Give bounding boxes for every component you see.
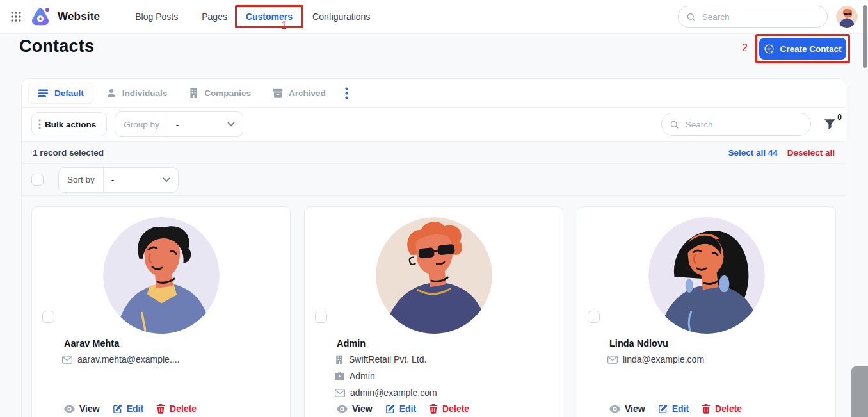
email-icon [607,356,618,364]
tab-companies[interactable]: Companies [180,83,260,103]
annotation-step-1: 1 [281,20,287,31]
header-search-input[interactable] [701,12,819,22]
contact-card: Admin SwiftRetail Pvt. Ltd. Admin [304,206,563,417]
list-search[interactable] [661,113,811,136]
brand-name: Website [58,10,100,23]
list-search-input[interactable] [684,119,803,130]
annotation-box-1: Customers [235,5,303,28]
chevron-down-icon [163,177,170,183]
tabs-bar: Default Individuals Companies Archived [22,79,846,108]
plus-circle-icon [764,44,775,54]
toolbar: Bulk actions Group by - 0 [22,108,846,142]
contact-avatar [376,217,492,334]
select-all-link[interactable]: Select all 44 [728,148,777,158]
tab-archived[interactable]: Archived [264,83,335,103]
tab-archived-label: Archived [289,88,326,98]
annotation-step-2: 2 [742,42,748,54]
sort-by-value: - [111,175,115,184]
eye-icon [337,405,348,413]
sort-by-select[interactable]: Sort by - [58,167,179,193]
contact-name: Linda Ndlovu [609,338,835,348]
nav-blog-posts[interactable]: Blog Posts [135,12,178,22]
kebab-icon [38,119,41,129]
view-link[interactable]: View [337,404,373,414]
scrollbar-thumb[interactable] [863,5,867,68]
tab-individuals-label: Individuals [122,88,168,98]
nav-configurations[interactable]: Configurations [312,12,370,22]
corner-overlay [851,366,868,417]
trash-icon [429,404,438,414]
select-all-checkbox[interactable] [31,174,44,186]
brand-logo-icon [29,6,51,28]
view-label: View [79,404,100,414]
sort-by-label: Sort by [59,175,103,184]
delete-label: Delete [442,404,469,414]
create-contact-button[interactable]: Create Contact [759,38,846,60]
building-icon [189,88,198,98]
contact-avatar [648,217,765,334]
top-header: Website Blog Posts Pages Customers Confi… [0,0,868,34]
card-checkbox[interactable] [588,311,600,323]
app-grid-icon[interactable] [9,10,23,24]
group-by-select[interactable]: Group by - [115,111,243,137]
create-contact-label: Create Contact [780,44,841,54]
delete-link[interactable]: Delete [702,404,742,414]
eye-icon [64,405,75,413]
bulk-actions-button[interactable]: Bulk actions [31,112,107,136]
user-avatar[interactable] [836,6,858,28]
tab-individuals[interactable]: Individuals [97,83,177,103]
funnel-icon [824,119,836,130]
contact-role: Admin [350,371,375,381]
card-checkbox[interactable] [42,311,54,323]
trash-icon [156,404,165,414]
tab-companies-label: Companies [204,88,251,98]
person-icon [106,88,117,98]
view-link[interactable]: View [64,404,100,414]
tab-default[interactable]: Default [28,83,93,104]
nav-pages[interactable]: Pages [202,12,227,22]
archive-icon [273,88,283,98]
eye-icon [609,405,620,413]
header-search[interactable] [678,6,828,28]
contact-name: Aarav Mehta [64,338,290,348]
delete-label: Delete [715,404,742,414]
card-checkbox[interactable] [315,311,327,323]
contact-email: admin@example.com [350,388,437,398]
contacts-panel: Default Individuals Companies Archived [21,78,846,417]
trash-icon [702,404,711,414]
view-link[interactable]: View [609,404,645,414]
edit-label: Edit [399,404,416,414]
group-by-label: Group by [115,120,168,129]
view-label: View [625,404,645,414]
email-icon [335,389,345,397]
delete-link[interactable]: Delete [429,404,469,414]
delete-label: Delete [170,404,197,414]
sort-bar: Sort by - [22,164,846,196]
delete-link[interactable]: Delete [156,404,197,414]
role-icon [335,372,344,380]
view-label: View [352,404,373,414]
email-icon [62,356,72,364]
edit-link[interactable]: Edit [658,404,689,414]
filter-button[interactable]: 0 [824,119,836,130]
edit-label: Edit [672,404,689,414]
bulk-actions-label: Bulk actions [45,120,96,129]
page-title: Contacts [19,37,94,56]
contact-card-grid: Aarav Mehta aarav.mehta@example.... View [22,196,846,417]
tabs-more-kebab-icon[interactable] [341,83,352,103]
contact-email: linda@example.com [623,354,704,364]
deselect-all-link[interactable]: Deselect all [787,148,835,158]
tab-default-label: Default [54,88,84,98]
contact-email: aarav.mehta@example.... [77,354,179,364]
contact-company: SwiftRetail Pvt. Ltd. [349,354,426,364]
contact-card: Aarav Mehta aarav.mehta@example.... View [31,206,291,417]
edit-label: Edit [127,404,143,414]
group-by-value: - [176,120,179,129]
search-icon [686,12,696,22]
edit-icon [385,404,395,414]
edit-icon [113,404,122,414]
company-icon [335,355,344,364]
contact-name: Admin [337,338,563,348]
edit-link[interactable]: Edit [113,404,143,414]
edit-link[interactable]: Edit [385,404,416,414]
